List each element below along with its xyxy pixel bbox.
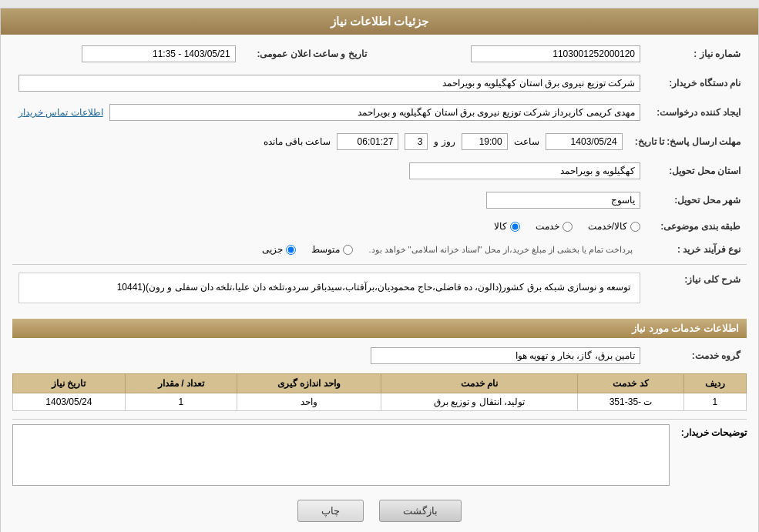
category-khadamat-label: خدمت	[536, 221, 559, 232]
category-value: کالا/خدمت خدمت کالا	[12, 218, 646, 235]
services-table: ردیف کد خدمت نام خدمت واحد اندازه گیری ت…	[12, 373, 747, 411]
announce-date-input: 1403/05/21 - 11:35	[82, 45, 236, 62]
table-row: 1ت -35-351تولید، انتقال و توزیع برقواحد1…	[13, 393, 747, 410]
col-header-count: تعداد / مقدار	[125, 373, 237, 393]
buyer-desc-box	[12, 424, 670, 486]
category-khadamat-item: خدمت	[536, 221, 573, 232]
info-table-7: طبقه بندی موضوعی: کالا/خدمت خدمت	[12, 218, 747, 235]
category-radio-group: کالا/خدمت خدمت کالا	[18, 221, 640, 232]
back-button[interactable]: بازگشت	[379, 500, 462, 522]
category-kala-label: کالا	[494, 221, 507, 232]
info-table-3: ایجاد کننده درخواست: مهدی کریمی کاربرداز…	[12, 101, 747, 124]
need-number-value: 1103001252000120	[396, 42, 646, 65]
category-kala-khadamat-item: کالا/خدمت	[588, 221, 640, 232]
divider-1	[12, 264, 747, 265]
purchase-type-value: پرداخت تمام یا بخشی از مبلغ خرید،از محل …	[12, 241, 646, 258]
creator-value: مهدی کریمی کاربرداز شرکت توزیع نیروی برق…	[12, 101, 646, 124]
info-table-4: مهلت ارسال پاسخ: تا تاریخ: 1403/05/24 سا…	[12, 130, 747, 153]
need-number-label: شماره نیاز :	[646, 42, 747, 65]
deadline-row: 1403/05/24 ساعت 19:00 روز و 3 06:01:27 س…	[18, 133, 623, 150]
info-table-1: شماره نیاز : 1103001252000120 تاریخ و سا…	[12, 42, 747, 65]
purchase-jozvi-item: جزیی	[262, 244, 296, 255]
service-group-value: تامین برق، گاز، بخار و تهویه هوا	[12, 344, 646, 367]
need-desc-value: توسعه و نوسازی شبکه برق کشور(دالون، ده ف…	[12, 269, 646, 313]
table-cell-unit: واحد	[237, 393, 381, 410]
announce-date-value: 1403/05/21 - 11:35	[12, 42, 242, 65]
purchase-jozvi-label: جزیی	[262, 244, 283, 255]
purchase-radio-group: پرداخت تمام یا بخشی از مبلغ خرید،از محل …	[18, 244, 640, 255]
purchase-type-label: نوع فرآیند خرید :	[646, 241, 747, 258]
province-label: استان محل تحویل:	[646, 159, 747, 182]
purchase-jozvi-radio[interactable]	[286, 245, 296, 255]
buttons-row: بازگشت چاپ	[12, 492, 747, 530]
deadline-days-label: روز و	[434, 136, 455, 147]
buyer-org-input: شرکت توزیع نیروی برق استان کهگیلویه و بو…	[18, 75, 640, 92]
deadline-label: مهلت ارسال پاسخ: تا تاریخ:	[629, 130, 747, 153]
deadline-remaining-label: ساعت باقی مانده	[264, 136, 331, 147]
city-value: یاسوج	[12, 189, 646, 212]
category-kala-khadamat-radio[interactable]	[630, 222, 640, 232]
buyer-org-value: شرکت توزیع نیروی برق استان کهگیلویه و بو…	[12, 72, 646, 95]
service-group-label: گروه خدمت:	[646, 344, 747, 367]
need-desc-box: توسعه و نوسازی شبکه برق کشور(دالون، ده ف…	[18, 273, 640, 303]
category-kala-radio[interactable]	[510, 222, 520, 232]
table-cell-count: 1	[125, 393, 237, 410]
info-table-service-group: گروه خدمت: تامین برق، گاز، بخار و تهویه …	[12, 344, 747, 367]
category-label: طبقه بندی موضوعی:	[646, 218, 747, 235]
col-header-code: کد خدمت	[578, 373, 683, 393]
category-kala-item: کالا	[494, 221, 520, 232]
need-number-input: 1103001252000120	[471, 45, 640, 62]
city-input: یاسوج	[486, 192, 640, 209]
contact-link[interactable]: اطلاعات تماس خریدار	[18, 107, 103, 118]
print-button[interactable]: چاپ	[297, 500, 364, 522]
page-header: جزئیات اطلاعات نیاز	[1, 8, 758, 35]
deadline-days-input: 3	[405, 133, 428, 150]
info-table-desc: شرح کلی نیاز: توسعه و نوسازی شبکه برق کش…	[12, 269, 747, 313]
services-section-title: اطلاعات خدمات مورد نیاز	[12, 319, 747, 338]
need-desc-label: شرح کلی نیاز:	[646, 269, 747, 313]
creator-input: مهدی کریمی کاربرداز شرکت توزیع نیروی برق…	[109, 104, 640, 121]
deadline-remaining-input: 06:01:27	[337, 133, 398, 150]
info-table-6: شهر محل تحویل: یاسوج	[12, 189, 747, 212]
col-header-unit: واحد اندازه گیری	[237, 373, 381, 393]
creator-label: ایجاد کننده درخواست:	[646, 101, 747, 124]
purchase-note: پرداخت تمام یا بخشی از مبلغ خرید،از محل …	[368, 245, 633, 255]
purchase-motevaset-item: متوسط	[311, 244, 353, 255]
service-group-input: تامین برق، گاز، بخار و تهویه هوا	[371, 347, 640, 364]
purchase-motevaset-label: متوسط	[311, 244, 340, 255]
table-cell-name: تولید، انتقال و توزیع برق	[381, 393, 578, 410]
province-input: کهگیلویه و بویراحمد	[409, 162, 640, 179]
col-header-row: ردیف	[683, 373, 746, 393]
city-label: شهر محل تحویل:	[646, 189, 747, 212]
deadline-value: 1403/05/24 ساعت 19:00 روز و 3 06:01:27 س…	[12, 130, 629, 153]
category-kala-khadamat-label: کالا/خدمت	[588, 221, 627, 232]
deadline-date-input: 1403/05/24	[546, 133, 623, 150]
category-khadamat-radio[interactable]	[563, 222, 573, 232]
col-header-name: نام خدمت	[381, 373, 578, 393]
table-cell-row: 1	[683, 393, 746, 410]
main-content: شماره نیاز : 1103001252000120 تاریخ و سا…	[1, 35, 758, 532]
buyer-desc-section: توضیحات خریدار:	[12, 424, 747, 492]
deadline-time-input: 19:00	[462, 133, 508, 150]
deadline-time-label: ساعت	[514, 136, 539, 147]
info-table-5: استان محل تحویل: کهگیلویه و بویراحمد	[12, 159, 747, 182]
buyer-desc-label: توضیحات خریدار:	[677, 424, 747, 438]
col-header-date: تاریخ نیاز	[13, 373, 126, 393]
purchase-motevaset-radio[interactable]	[343, 245, 353, 255]
buyer-org-label: نام دستگاه خریدار:	[646, 72, 747, 95]
announce-date-label: تاریخ و ساعت اعلان عمومی:	[242, 42, 373, 65]
table-cell-date: 1403/05/24	[13, 393, 126, 410]
info-table-8: نوع فرآیند خرید : پرداخت تمام یا بخشی از…	[12, 241, 747, 258]
creator-row: مهدی کریمی کاربرداز شرکت توزیع نیروی برق…	[18, 104, 640, 121]
page-title: جزئیات اطلاعات نیاز	[331, 15, 428, 28]
info-table-2: نام دستگاه خریدار: شرکت توزیع نیروی برق …	[12, 72, 747, 95]
divider-2	[12, 419, 747, 420]
province-value: کهگیلویه و بویراحمد	[12, 159, 646, 182]
page-wrapper: جزئیات اطلاعات نیاز شماره نیاز : 1103001…	[0, 8, 759, 532]
table-cell-code: ت -35-351	[578, 393, 683, 410]
